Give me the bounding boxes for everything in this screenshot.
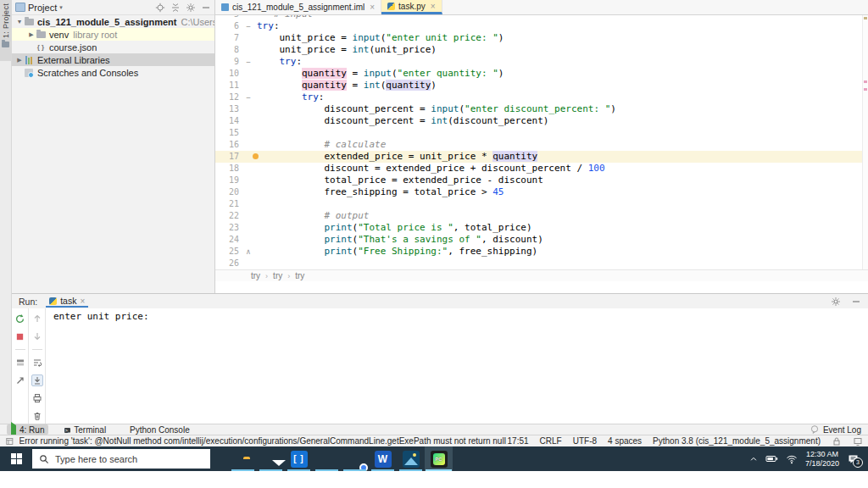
code-line-13[interactable]: 13 discount_percent = input("enter disco… — [215, 103, 862, 115]
settings-icon[interactable] — [831, 297, 841, 307]
code-line-20[interactable]: 20 free_shipping = total_price > 45 — [215, 186, 862, 198]
run-tab-task[interactable]: task × — [46, 295, 88, 308]
tree-item-course-json[interactable]: { }course.json — [12, 41, 214, 53]
code-line-22[interactable]: 22 # output — [215, 210, 862, 222]
indicator-icon[interactable] — [853, 436, 863, 446]
stop-icon[interactable] — [14, 330, 26, 342]
status-indent-style[interactable]: 4 spaces — [608, 436, 642, 446]
taskbar-app-edge[interactable] — [313, 446, 341, 471]
print-icon[interactable] — [31, 392, 43, 404]
tray-chevron-icon[interactable] — [749, 455, 758, 463]
code-line-18[interactable]: 18 discount = extended_price + discount_… — [215, 163, 862, 175]
down-icon[interactable] — [31, 330, 43, 342]
pin-icon[interactable] — [14, 374, 26, 386]
layout-icon[interactable] — [14, 357, 26, 369]
fold-marker-icon[interactable]: ∧ — [243, 246, 253, 258]
settings-icon[interactable] — [186, 3, 196, 13]
code-line-14[interactable]: 14 discount_percent = int(discount_perce… — [215, 115, 862, 127]
locate-icon[interactable] — [155, 3, 165, 13]
taskbar-app-file-explorer[interactable] — [229, 446, 257, 471]
code-line-24[interactable]: 24 print("That's a savings of ", discoun… — [215, 234, 862, 246]
stripe-mark[interactable] — [864, 80, 867, 83]
editor-tab-task.py[interactable]: task.py× — [381, 0, 442, 14]
hide-icon[interactable] — [851, 297, 861, 307]
expand-arrow-icon[interactable]: ▶ — [15, 57, 24, 64]
breadcrumb-item[interactable]: try — [273, 271, 282, 280]
toolwindow-button-4-run[interactable]: 4: Run — [7, 424, 48, 435]
fold-marker-icon[interactable]: − — [243, 92, 253, 103]
code-line-15[interactable]: 15 — [215, 127, 862, 139]
start-button[interactable] — [0, 446, 32, 471]
expand-arrow-icon[interactable]: ▼ — [15, 19, 24, 25]
fold-marker-icon[interactable]: − — [243, 56, 253, 68]
status-caret-position[interactable]: 17:51 — [508, 436, 529, 446]
code-line-12[interactable]: 12− try: — [215, 92, 862, 103]
taskbar-app-pycharm[interactable]: PC — [425, 446, 453, 471]
tree-item-cis-121-module-5-assignment[interactable]: ▼cis_121_module_5_assignmentC:\Users\Use… — [12, 15, 214, 28]
hide-icon[interactable] — [201, 3, 211, 13]
event-log-button[interactable]: Event Log — [810, 424, 861, 435]
code-line-23[interactable]: 23 print("Total price is ", total_price) — [215, 222, 862, 234]
code-line-17[interactable]: 17 extended_price = unit_price * quantit… — [215, 151, 862, 163]
battery-icon[interactable] — [765, 453, 778, 464]
taskbar-app-mail[interactable] — [257, 446, 285, 471]
code-line-21[interactable]: 21 — [215, 198, 862, 210]
taskbar-clock[interactable]: 12:30 AM 7/18/2020 — [805, 450, 839, 469]
code-line-11[interactable]: 11 quantity = int(quantity) — [215, 80, 862, 92]
code-line-10[interactable]: 10 quantity = input("enter quantity: ") — [215, 68, 862, 80]
code-line-16[interactable]: 16 # calculate — [215, 139, 862, 151]
tree-item-scratches-and-consoles[interactable]: Scratches and Consoles — [12, 66, 214, 79]
close-icon[interactable]: × — [370, 3, 375, 12]
expand-arrow-icon[interactable]: ▶ — [27, 31, 36, 38]
project-panel-title[interactable]: Project — [28, 3, 57, 13]
fold-gutter — [243, 68, 253, 80]
up-icon[interactable] — [31, 313, 43, 324]
run-console-output[interactable]: enter unit price: — [46, 308, 868, 424]
status-message[interactable]: Error running 'task': @NotNull method co… — [19, 436, 508, 446]
code-line-19[interactable]: 19 total_price = extended_price - discou… — [215, 175, 862, 186]
tree-item-venv[interactable]: ▶venvlibrary root — [12, 28, 214, 41]
taskbar-app-chrome[interactable] — [341, 446, 369, 471]
code-line-7[interactable]: 7 unit_price = input("enter unit price: … — [215, 32, 862, 44]
collapse-all-icon[interactable] — [170, 3, 181, 13]
code-line-8[interactable]: 8 unit_price = int(unit_price) — [215, 44, 862, 56]
toolwindow-button-python-console[interactable]: Python Console — [122, 424, 194, 435]
editor-scrollbar[interactable] — [862, 15, 868, 269]
close-icon[interactable]: × — [431, 2, 436, 11]
breadcrumb-item[interactable]: try — [251, 271, 260, 280]
chevron-down-icon[interactable]: ▾ — [59, 4, 63, 11]
taskbar-app-word[interactable]: W — [369, 446, 397, 471]
tree-item-external-libraries[interactable]: ▶External Libraries — [12, 53, 214, 66]
taskbar-app-photos[interactable] — [397, 446, 425, 471]
code-editor[interactable]: 5 # input6−try:7 unit_price = input("ent… — [215, 15, 862, 269]
action-center-button[interactable]: 3 — [847, 453, 860, 465]
editor-tab-cis_121_module_5_assignment.iml[interactable]: cis_121_module_5_assignment.iml× — [215, 0, 381, 14]
lock-icon[interactable] — [832, 436, 842, 446]
code-text: free_shipping = total_price > 45 — [253, 186, 504, 198]
breadcrumb-item[interactable]: try — [295, 271, 304, 280]
stripe-mark[interactable] — [864, 17, 867, 19]
trash-icon[interactable] — [31, 410, 43, 422]
rerun-icon[interactable] — [14, 313, 26, 324]
code-line-6[interactable]: 6−try: — [215, 20, 862, 32]
taskbar-app-brackets-app[interactable]: [ ] — [285, 446, 313, 471]
stripe-mark[interactable] — [864, 88, 867, 91]
softwrap-icon[interactable] — [31, 357, 43, 369]
status-line-ending[interactable]: CRLF — [540, 436, 562, 446]
status-encoding[interactable]: UTF-8 — [573, 436, 597, 446]
sidebar-tab-project[interactable]: 1: Project — [0, 0, 11, 61]
line-number: 9 — [215, 56, 243, 68]
notification-badge: 3 — [853, 458, 863, 468]
close-icon[interactable]: × — [80, 297, 85, 306]
toolwindow-button-terminal[interactable]: >_Terminal — [60, 424, 110, 435]
code-line-25[interactable]: 25∧ print("Free Shipping:", free_shippin… — [215, 246, 862, 258]
fold-marker-icon[interactable]: − — [243, 20, 253, 32]
code-line-9[interactable]: 9− try: — [215, 56, 862, 68]
taskbar-search-input[interactable]: Type here to search — [32, 449, 210, 469]
intention-bulb-icon[interactable] — [253, 153, 259, 159]
status-python-interpreter[interactable]: Python 3.8 (cis_121_module_5_assignment) — [653, 436, 821, 446]
wifi-icon[interactable] — [786, 454, 798, 464]
code-line-26[interactable]: 26 — [215, 258, 862, 269]
tool-window-switcher-icon[interactable] — [5, 436, 14, 446]
scroll-end-icon[interactable] — [31, 374, 43, 386]
